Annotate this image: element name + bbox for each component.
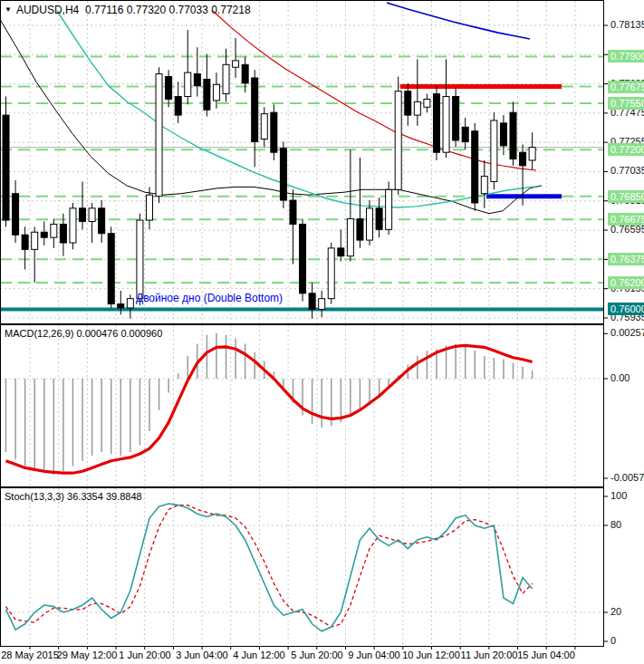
- price-axis-tick-label: 0.78135: [610, 19, 644, 30]
- level-price-label: 0.77675: [608, 81, 644, 93]
- stoch-axis-tick-label: 0: [610, 635, 616, 646]
- symbol-dropdown-icon[interactable]: ▼: [5, 5, 12, 14]
- time-axis-label: 5 Jun 20:00: [291, 650, 343, 660]
- macd-axis-tick-label: 0.00: [610, 372, 630, 383]
- trading-terminal-chart: ▼AUDUSD,H4 0.77116 0.77320 0.77033 0.772…: [0, 0, 644, 664]
- level-price-label: 0.77900: [608, 50, 644, 63]
- level-price-label: 0.77550: [608, 97, 644, 110]
- time-axis-label: 28 May 2015: [1, 650, 59, 660]
- level-price-label: 0.76850: [608, 190, 644, 203]
- level-price-label: 0.76675: [608, 213, 644, 226]
- time-axis-label: 10 Jun 12:00: [402, 650, 460, 660]
- symbol-period-label: AUDUSD,H4: [16, 4, 79, 16]
- stoch-axis-tick-label: 20: [610, 606, 621, 617]
- macd-indicator-label: MACD(12,26,9) 0.000476 0.000960: [5, 328, 162, 339]
- stoch-axis-tick-label: 100: [610, 490, 627, 501]
- level-price-label: 0.76200: [608, 276, 644, 289]
- time-axis-label: 29 May 12:00: [57, 650, 118, 660]
- level-price-label: 0.76375: [608, 253, 644, 265]
- ohlc-values: 0.77116 0.77320 0.77033 0.77218: [85, 4, 251, 16]
- level-price-label: 0.77200: [608, 143, 644, 156]
- time-axis-label: 4 Jun 12:00: [233, 650, 285, 660]
- time-axis-label: 1 Jun 20:00: [119, 650, 171, 660]
- time-axis-label: 11 Jun 20:00: [461, 650, 518, 660]
- stoch-axis-tick-label: 80: [610, 519, 621, 530]
- stoch-indicator-label: Stoch(13,3,3) 36.3354 39.8848: [5, 491, 142, 502]
- time-axis-label: 9 Jun 04:00: [348, 650, 400, 660]
- chart-title: ▼AUDUSD,H4 0.77116 0.77320 0.77033 0.772…: [5, 4, 251, 16]
- time-axis-label: 15 Jun 04:00: [517, 650, 575, 660]
- key-level-price-label: 0.76000: [608, 303, 644, 315]
- time-axis-label: 3 Jun 04:00: [176, 650, 228, 660]
- macd-axis-tick-label: -0.0057: [610, 472, 644, 483]
- price-axis-tick-label: 0.77035: [610, 165, 644, 176]
- macd-axis-tick-label: 0.002575: [610, 327, 644, 338]
- double-bottom-annotation: Двойное дно (Double Bottom): [136, 292, 283, 304]
